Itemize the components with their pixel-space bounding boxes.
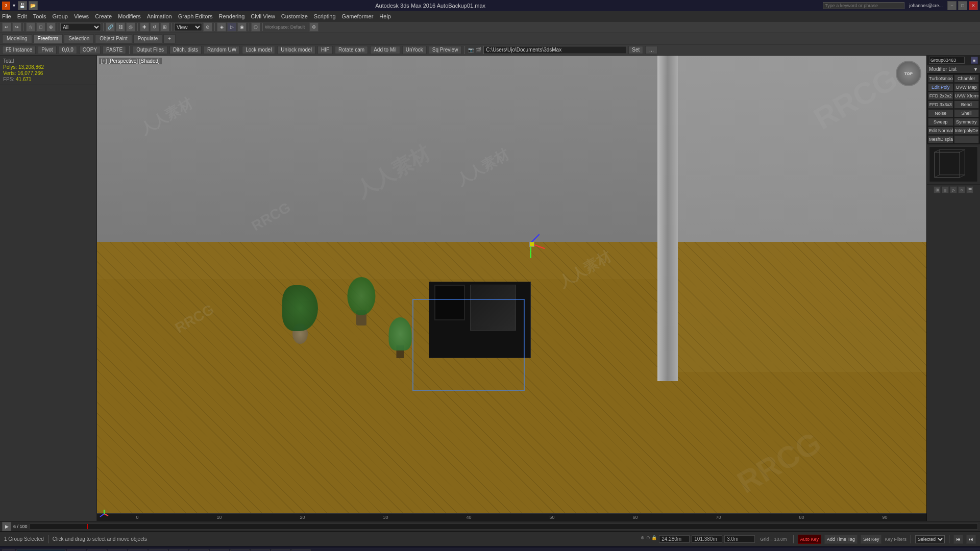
set-key-btn[interactable]: Set Key [861,535,882,544]
tab-selection[interactable]: Selection [64,34,94,43]
browse-btn[interactable]: … [645,46,657,54]
viewport[interactable]: 人人素材 RRCG 人人素材 RRCG 人人素材 RRCG RRCG 人人素材 … [97,56,926,521]
settings-btn[interactable]: ⚙ [309,22,318,32]
menu-customize[interactable]: Customize [281,13,308,19]
menu-civil-view[interactable]: Civil View [251,13,275,19]
mod-symmetry[interactable]: Symmetry [954,118,979,126]
f5-instance-btn[interactable]: F5 Instance [2,46,36,54]
menu-graph-editors[interactable]: Graph Editors [178,13,213,19]
render-btn[interactable]: ▷ [227,22,236,32]
mod-bend[interactable]: Bend [954,101,979,109]
auto-key-btn[interactable]: Auto Key [798,535,822,544]
toolbar-icon-1[interactable]: 💾 [18,1,27,10]
menu-edit[interactable]: Edit [17,13,27,19]
auto-key-select[interactable]: Selected [915,535,945,543]
mod-turbosmooth[interactable]: TurboSmooth [928,74,953,83]
mod-edit-normals[interactable]: Edit Normals [928,127,953,135]
origin-btn[interactable]: 0,0,0 [59,46,77,54]
path-input[interactable] [483,46,626,54]
add-time-tag-btn[interactable]: Add Time Tag [824,535,857,544]
taskbar-start[interactable]: ⊞ [2,549,15,551]
select-btn[interactable]: ☆ [26,22,35,32]
mod-sweep[interactable]: Sweep [928,118,953,126]
filter-select[interactable]: All Geometry [60,23,101,31]
menu-views[interactable]: Views [74,13,89,19]
preview-icon-4[interactable]: ○ [958,186,965,193]
menu-file[interactable]: File [2,13,11,19]
taskbar-app-6[interactable]: 🎮 [189,549,209,551]
taskbar-notepad[interactable]: 📝 [128,549,148,551]
rotate-btn[interactable]: ↺ [150,22,159,32]
toolbar-icon-2[interactable]: 📂 [29,1,38,10]
ditch-dists-btn[interactable]: Ditch. dists [169,46,202,54]
mod-shell[interactable]: Shell [954,109,979,117]
lock-model-btn[interactable]: Lock model [242,46,275,54]
preview-icon-2[interactable]: || [942,186,949,193]
tab-populate[interactable]: Populate [133,34,162,43]
y-coord[interactable]: 101.380m [692,535,722,543]
file-menu-icon[interactable]: ▼ [12,3,16,8]
menu-rendering[interactable]: Rendering [219,13,245,19]
render-setup-btn[interactable]: ◈ [217,22,226,32]
mod-uvw-map[interactable]: UVW Map [954,83,979,91]
undo-btn[interactable]: ↩ [2,22,11,32]
preview-icon-3[interactable]: ▷ [950,186,957,193]
select-region-btn[interactable]: □ [36,22,45,32]
sq-preview-btn[interactable]: Sq Preview [429,46,462,54]
menu-modifiers[interactable]: Modifiers [118,13,141,19]
mod-meshdisplace[interactable]: MeshDisplace [928,135,953,143]
ref-coord-select[interactable]: View World [174,23,202,31]
x-coord[interactable]: 24.280m [659,535,690,543]
taskbar-disc[interactable]: ◎ [291,549,311,551]
mod-uvw-xform[interactable]: UVW Xform [954,92,979,100]
scale-btn[interactable]: ⊞ [160,22,169,32]
tab-modeling[interactable]: Modeling [2,34,32,43]
preview-icon-1[interactable]: ⊞ [934,186,941,193]
paste-btn[interactable]: PASTE [103,46,126,54]
menu-tools[interactable]: Tools [33,13,46,19]
color-swatch[interactable]: ■ [971,57,978,64]
key-step-fwd-btn[interactable]: ⏭ [966,535,976,544]
nav-cube[interactable]: TOP [896,61,921,86]
menu-group[interactable]: Group [52,13,68,19]
unlink-btn[interactable]: ⛓ [116,22,125,32]
taskbar-app-7[interactable]: 💬 [210,549,229,551]
taskbar-explorer[interactable]: 🗂 [67,549,86,551]
mod-noise[interactable]: Noise [928,109,953,117]
set-btn[interactable]: Set [628,46,643,54]
preview-icon-5[interactable]: ☰ [966,186,973,193]
object-name-input[interactable] [929,57,965,64]
play-btn[interactable]: ▶ [2,522,11,531]
hif-btn[interactable]: HIF [317,46,333,54]
menu-help[interactable]: Help [379,13,391,19]
link-btn[interactable]: 🔗 [106,22,115,32]
maximize-btn[interactable]: □ [958,1,967,10]
copy-btn[interactable]: COPY [79,46,101,54]
render-frame-btn[interactable]: ◉ [237,22,247,32]
mod-ffd-2x2x2[interactable]: FFD 2x2x2 [928,92,953,100]
taskbar-steam[interactable]: ♨ [230,549,250,551]
pivot-btn[interactable]: Pivot [38,46,56,54]
mod-chamfer[interactable]: Chamfer [954,74,979,83]
move-btn[interactable]: ✚ [140,22,149,32]
add-to-mil-btn[interactable]: Add to Mil [370,46,400,54]
mod-edit-poly[interactable]: Edit Poly [928,83,953,91]
taskbar-app-10[interactable]: 🎵 [271,549,290,551]
tab-object-paint[interactable]: Object Paint [95,34,132,43]
timeline-bar[interactable] [30,523,978,530]
unyock-btn[interactable]: UnYock [402,46,427,54]
menu-animation[interactable]: Animation [147,13,172,19]
modifier-list-dropdown[interactable]: ▼ [973,67,978,72]
app-icon[interactable]: 3 [2,2,10,10]
taskbar-photoshop[interactable]: Ps [149,549,168,551]
taskbar-app-max[interactable]: 3 project3auto [16,549,66,551]
close-btn[interactable]: ✕ [969,1,978,10]
window-controls[interactable]: johannes@cre... − □ ✕ [823,1,978,10]
random-uw-btn[interactable]: Random UW [204,46,240,54]
mod-interp[interactable]: InterpolyDense [954,127,979,135]
menu-gameformer[interactable]: Gameformer [342,13,374,19]
z-coord[interactable]: 3.0m [724,535,755,543]
rotate-cam-btn[interactable]: Rotate cam [335,46,368,54]
viewport-inner[interactable]: 人人素材 RRCG 人人素材 RRCG 人人素材 RRCG RRCG 人人素材 … [97,56,926,521]
output-files-btn[interactable]: Output Files [133,46,167,54]
